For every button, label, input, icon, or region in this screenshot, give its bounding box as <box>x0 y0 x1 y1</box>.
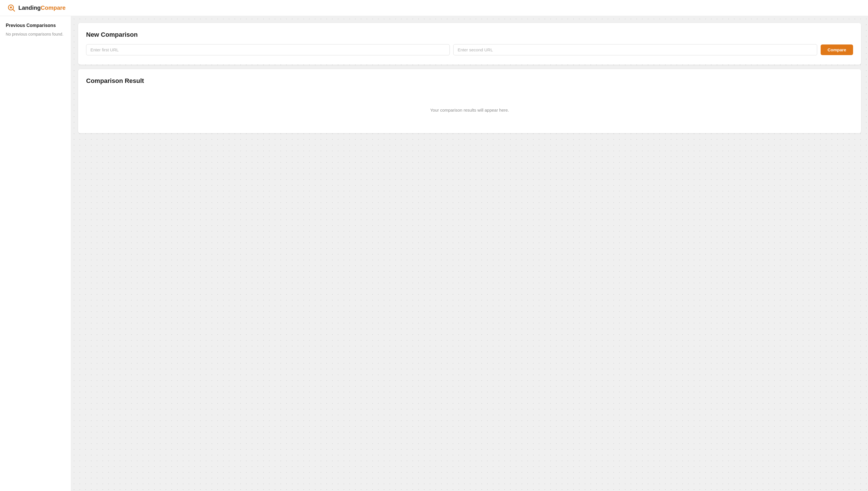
new-comparison-title: New Comparison <box>86 31 853 38</box>
logo-landing: Landing <box>18 5 41 11</box>
svg-line-2 <box>12 9 15 11</box>
result-placeholder: Your comparison results will appear here… <box>86 90 853 124</box>
compare-button[interactable]: Compare <box>821 45 853 55</box>
new-comparison-card: New Comparison Compare <box>78 23 861 64</box>
sidebar-empty-message: No previous comparisons found. <box>6 32 65 37</box>
logo-text: LandingCompare <box>18 5 65 11</box>
logo: LandingCompare <box>7 3 65 12</box>
second-url-input[interactable] <box>453 44 817 55</box>
first-url-input[interactable] <box>86 44 450 55</box>
sidebar-title: Previous Comparisons <box>6 23 65 28</box>
comparison-result-card: Comparison Result Your comparison result… <box>78 69 861 133</box>
result-placeholder-text: Your comparison results will appear here… <box>430 108 509 113</box>
url-input-row: Compare <box>86 44 853 55</box>
sidebar: Previous Comparisons No previous compari… <box>0 16 71 491</box>
main-content: New Comparison Compare Comparison Result… <box>71 16 868 491</box>
logo-compare: Compare <box>41 5 66 11</box>
svg-point-3 <box>10 7 12 8</box>
app-layout: Previous Comparisons No previous compari… <box>0 16 868 491</box>
comparison-result-title: Comparison Result <box>86 77 853 85</box>
header: LandingCompare <box>0 0 868 16</box>
logo-icon <box>7 3 16 12</box>
